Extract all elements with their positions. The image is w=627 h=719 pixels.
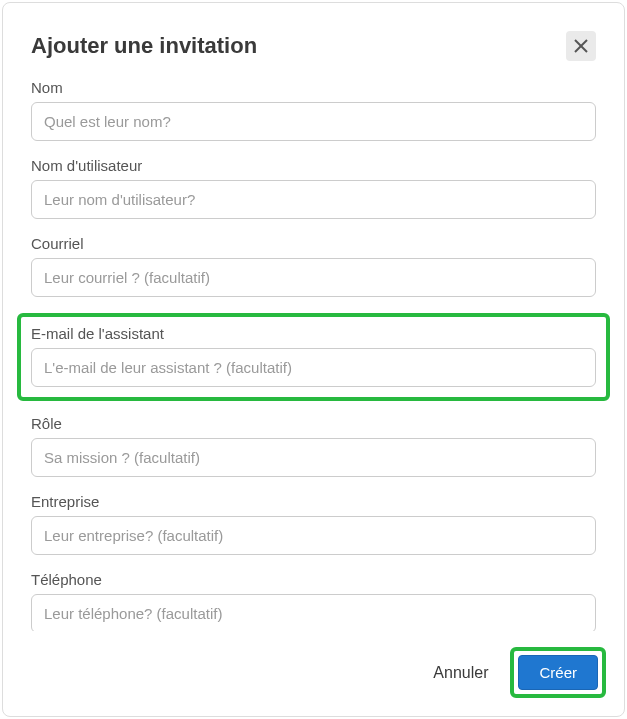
modal-header: Ajouter une invitation <box>3 3 624 79</box>
name-input[interactable] <box>31 102 596 141</box>
username-group: Nom d'utilisateur <box>31 157 596 219</box>
assistant-email-label: E-mail de l'assistant <box>31 325 596 342</box>
email-input[interactable] <box>31 258 596 297</box>
close-button[interactable] <box>566 31 596 61</box>
phone-input[interactable] <box>31 594 596 631</box>
create-button[interactable]: Créer <box>518 655 598 690</box>
modal-body: Nom Nom d'utilisateur Courriel E-mail de… <box>3 79 624 631</box>
modal-footer: Annuler Créer <box>3 631 624 716</box>
phone-group: Téléphone <box>31 571 596 631</box>
username-label: Nom d'utilisateur <box>31 157 596 174</box>
assistant-email-input[interactable] <box>31 348 596 387</box>
company-group: Entreprise <box>31 493 596 555</box>
add-invitation-modal: Ajouter une invitation Nom Nom d'utilisa… <box>2 2 625 717</box>
role-label: Rôle <box>31 415 596 432</box>
role-group: Rôle <box>31 415 596 477</box>
username-input[interactable] <box>31 180 596 219</box>
company-label: Entreprise <box>31 493 596 510</box>
assistant-email-group: E-mail de l'assistant <box>31 325 596 387</box>
company-input[interactable] <box>31 516 596 555</box>
role-input[interactable] <box>31 438 596 477</box>
name-label: Nom <box>31 79 596 96</box>
assistant-email-highlight: E-mail de l'assistant <box>17 313 610 401</box>
email-label: Courriel <box>31 235 596 252</box>
close-icon <box>574 39 588 53</box>
cancel-button[interactable]: Annuler <box>429 656 492 690</box>
email-group: Courriel <box>31 235 596 297</box>
name-group: Nom <box>31 79 596 141</box>
phone-label: Téléphone <box>31 571 596 588</box>
modal-title: Ajouter une invitation <box>31 33 257 59</box>
create-button-highlight: Créer <box>510 647 606 698</box>
